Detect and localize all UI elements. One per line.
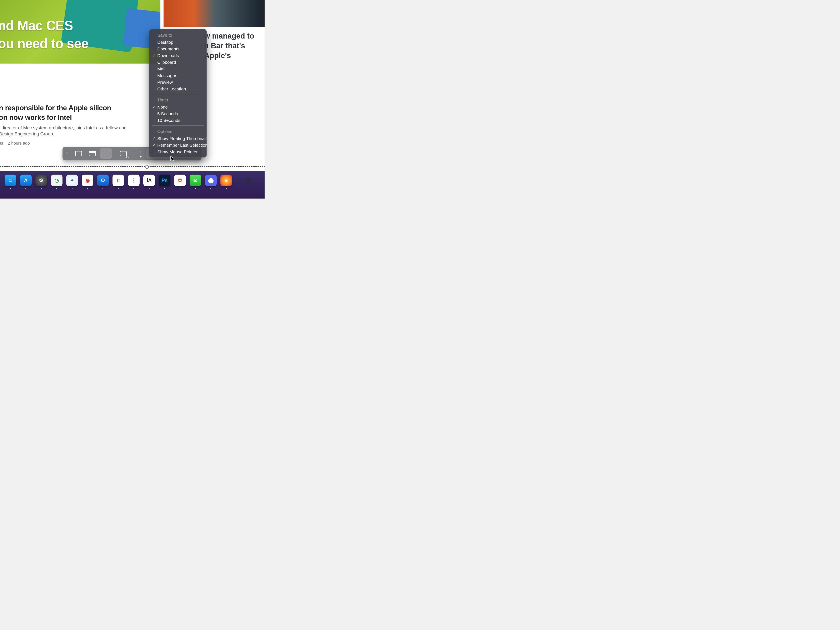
menu-item-label: Other Location...: [157, 87, 189, 91]
dock-app-slack[interactable]: ⌗: [112, 175, 124, 186]
screen-icon: [120, 151, 127, 156]
article-source: ss: [0, 141, 3, 145]
menu-saveto-downloads[interactable]: ✓Downloads: [149, 52, 207, 59]
menu-timer-5-seconds[interactable]: 5 Seconds: [149, 111, 207, 117]
menu-item-label: None: [157, 104, 168, 109]
capture-portion-button[interactable]: [100, 148, 112, 159]
menu-option-show-floating-thumbnail[interactable]: ✓Show Floating Thumbnail: [149, 135, 207, 142]
menu-item-label: Clipboard: [157, 60, 176, 65]
menu-item-label: Show Floating Thumbnail: [157, 136, 207, 141]
menu-item-label: Show Mouse Pointer: [157, 149, 198, 154]
dock-app-activity[interactable]: ◔: [51, 175, 63, 186]
desktop-background: ☺A⚙◔✦◉O⌗⋮iAPs✿✉⬤● 🗑: [0, 171, 265, 199]
secondary-headline: w managed toh Bar that'sApple's: [204, 31, 254, 60]
window-icon: [89, 151, 96, 156]
dock-app-chrome[interactable]: ◉: [82, 175, 93, 186]
article-time: 2 hours ago: [8, 141, 30, 145]
menu-separator: [152, 94, 204, 94]
menu-saveto-other-location[interactable]: Other Location...: [149, 85, 207, 92]
dock-app-iawriter[interactable]: iA: [143, 175, 155, 186]
hero-headline: nd Mac CESou need to see: [0, 17, 88, 53]
dock-app-finder[interactable]: ☺: [5, 175, 16, 186]
article-preview: n responsible for the Apple siliconon no…: [0, 103, 127, 145]
dock-app-outlook[interactable]: O: [97, 175, 109, 186]
background-webpage: nd Mac CESou need to see w managed toh B…: [0, 0, 265, 199]
check-icon: ✓: [152, 105, 155, 109]
record-dot-icon: [140, 156, 142, 158]
menu-option-remember-last-selection[interactable]: ✓Remember Last Selection: [149, 142, 207, 148]
menu-option-show-mouse-pointer[interactable]: Show Mouse Pointer: [149, 148, 207, 155]
record-dot-icon: [126, 156, 128, 158]
menu-item-label: Documents: [157, 46, 179, 51]
record-portion-button[interactable]: [131, 148, 143, 159]
dock-app-settings[interactable]: ⚙: [35, 175, 47, 186]
article-body: , director of Mac system architecture, j…: [0, 125, 127, 137]
menu-saveto-mail[interactable]: Mail: [149, 66, 207, 72]
close-icon: ✕: [66, 152, 68, 155]
screen-icon: [75, 151, 82, 156]
menu-timer-none[interactable]: ✓None: [149, 104, 207, 111]
menu-item-label: 10 Seconds: [157, 118, 180, 123]
dock-app-photoshop[interactable]: Ps: [159, 175, 171, 186]
menu-item-label: Desktop: [157, 40, 173, 44]
dock-app-discord[interactable]: ⬤: [205, 175, 217, 186]
check-icon: ✓: [152, 143, 155, 147]
capture-window-button[interactable]: [86, 148, 98, 159]
menu-saveto-documents[interactable]: Documents: [149, 46, 207, 52]
menu-header-save-to: Save to: [149, 31, 207, 39]
selection-icon: [134, 151, 141, 156]
menu-separator: [152, 125, 204, 126]
check-icon: ✓: [152, 136, 155, 141]
menu-item-label: Remember Last Selection: [157, 143, 208, 147]
menu-item-label: Preview: [157, 80, 173, 85]
dock-app-photos[interactable]: ✿: [174, 175, 186, 186]
dock-app-safari[interactable]: ✦: [66, 175, 78, 186]
check-icon: ✓: [152, 53, 155, 58]
dock-app-monday[interactable]: ⋮: [128, 175, 140, 186]
article-meta: ss 2 hours ago: [0, 141, 127, 145]
menu-item-label: Downloads: [157, 53, 179, 58]
options-menu: Save to DesktopDocuments✓DownloadsClipbo…: [149, 29, 207, 158]
dock-app-firefox[interactable]: ●: [220, 175, 232, 186]
menu-item-label: 5 Seconds: [157, 111, 178, 116]
trash-icon[interactable]: 🗑: [244, 174, 254, 187]
hero-banner-left: nd Mac CESou need to see: [0, 0, 160, 63]
selection-icon: [103, 151, 109, 156]
dock-app-appstore[interactable]: A: [20, 175, 32, 186]
menu-header-options: Options: [149, 127, 207, 135]
record-entire-screen-button[interactable]: [117, 148, 129, 159]
dock-app-messages[interactable]: ✉: [189, 175, 201, 186]
close-button[interactable]: ✕: [64, 151, 69, 156]
menu-saveto-messages[interactable]: Messages: [149, 72, 207, 79]
menu-header-timer: Timer: [149, 96, 207, 104]
menu-item-label: Mail: [157, 66, 166, 71]
menu-timer-10-seconds[interactable]: 10 Seconds: [149, 117, 207, 124]
menu-saveto-preview[interactable]: Preview: [149, 79, 207, 85]
dock: ☺A⚙◔✦◉O⌗⋮iAPs✿✉⬤●: [5, 175, 232, 186]
article-title: n responsible for the Apple siliconon no…: [0, 103, 127, 122]
capture-entire-screen-button[interactable]: [73, 148, 85, 159]
menu-saveto-clipboard[interactable]: Clipboard: [149, 59, 207, 66]
menu-saveto-desktop[interactable]: Desktop: [149, 39, 207, 46]
menu-item-label: Messages: [157, 73, 177, 78]
hero-banner-right: [164, 0, 265, 27]
